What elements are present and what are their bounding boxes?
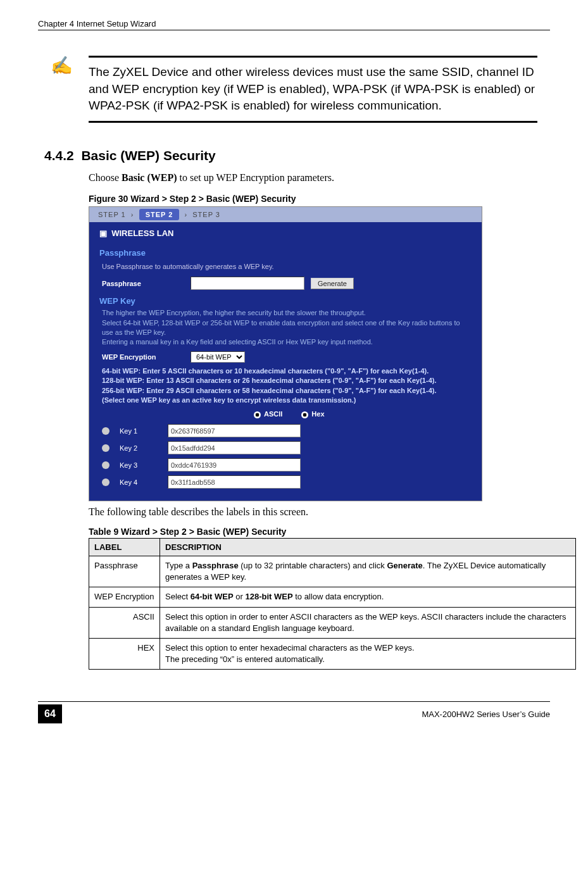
step-separator: › [131, 211, 134, 218]
header-description: DESCRIPTION [160, 539, 576, 556]
key-row-1: Key 1 [89, 422, 482, 439]
guide-title: MAX-200HW2 Series User’s Guide [422, 709, 550, 719]
wep-encryption-select[interactable]: 64-bit WEP [191, 351, 245, 363]
key-row-4: Key 4 [89, 473, 482, 490]
desc-bold: Generate [387, 561, 422, 570]
wep-encryption-row: WEP Encryption 64-bit WEP [89, 349, 482, 365]
key-row-3: Key 3 [89, 456, 482, 473]
table-row: WEP Encryption Select 64-bit WEP or 128-… [89, 587, 576, 607]
passphrase-input[interactable] [191, 277, 304, 290]
section-title: Basic (WEP) Security [81, 148, 215, 163]
step-2-tab[interactable]: STEP 2 [139, 209, 180, 220]
passphrase-hint: Use Passphrase to automatically generate… [89, 259, 482, 275]
key-2-input[interactable] [168, 441, 301, 454]
step-separator: › [184, 211, 187, 218]
desc-text: Type a [165, 561, 192, 570]
header-label: LABEL [89, 539, 160, 556]
key-3-input[interactable] [168, 458, 301, 472]
row-label: Passphrase [89, 556, 160, 587]
desc-bold: 128-bit WEP [245, 592, 292, 601]
note-block: ✍ The ZyXEL Device and other wireless de… [89, 56, 537, 123]
row-label-sub: ASCII [89, 607, 160, 638]
key-2-radio[interactable] [102, 444, 109, 452]
desc-text: Select [165, 592, 191, 601]
key-4-input[interactable] [168, 475, 301, 489]
table-row: Passphrase Type a Passphrase (up to 32 p… [89, 556, 576, 587]
key-1-label: Key 1 [120, 427, 158, 435]
ascii-label: ASCII [264, 410, 282, 418]
key-3-radio[interactable] [102, 461, 109, 469]
figure-caption: Figure 30 Wizard > Step 2 > Basic (WEP) … [89, 194, 537, 204]
folder-icon: ▣ [99, 228, 107, 238]
section-heading: 4.4.2 Basic (WEP) Security [44, 148, 550, 163]
description-table: LABEL DESCRIPTION Passphrase Type a Pass… [89, 538, 576, 670]
intro-paragraph: Choose Basic (WEP) to set up WEP Encrypt… [89, 172, 537, 184]
key-3-label: Key 3 [120, 461, 158, 469]
wep-intro-hint: The higher the WEP Encryption, the highe… [89, 307, 482, 349]
page-footer: 64 MAX-200HW2 Series User’s Guide [38, 701, 550, 723]
intro-prefix: Choose [89, 172, 122, 183]
passphrase-row: Passphrase Generate [89, 274, 482, 292]
page-number: 64 [38, 704, 62, 723]
wireless-lan-title: ▣ WIRELESS LAN [89, 222, 482, 244]
desc-text: (up to 32 printable characters) and clic… [239, 561, 387, 570]
row-desc: Type a Passphrase (up to 32 printable ch… [160, 556, 576, 587]
ascii-hex-radio-row: ASCII Hex [89, 406, 482, 422]
row-label: WEP Encryption [89, 587, 160, 607]
table-row: HEX Select this option to enter hexadeci… [89, 638, 576, 669]
post-figure-text: The following table describes the labels… [89, 506, 537, 518]
key-1-radio[interactable] [102, 427, 109, 435]
step-3-tab[interactable]: STEP 3 [192, 211, 220, 218]
wlan-title-text: WIRELESS LAN [111, 228, 173, 238]
key-1-input[interactable] [168, 424, 301, 437]
desc-text: to allow data encryption. [293, 592, 384, 601]
key-4-label: Key 4 [120, 478, 158, 486]
row-desc: Select 64-bit WEP or 128-bit WEP to allo… [160, 587, 576, 607]
generate-button[interactable]: Generate [311, 278, 354, 289]
row-label-sub: HEX [89, 638, 160, 669]
hex-label: Hex [311, 410, 324, 418]
wizard-screenshot: STEP 1 › STEP 2 › STEP 3 ▣ WIRELESS LAN … [89, 206, 482, 501]
key-row-2: Key 2 [89, 439, 482, 456]
key-2-label: Key 2 [120, 444, 158, 452]
intro-bold: Basic (WEP) [122, 172, 177, 183]
ascii-radio[interactable]: ASCII [254, 410, 282, 418]
radio-icon [301, 411, 308, 418]
chapter-header: Chapter 4 Internet Setup Wizard [38, 19, 550, 30]
bits-hint: 64-bit WEP: Enter 5 ASCII characters or … [89, 365, 482, 407]
wizard-steps-bar: STEP 1 › STEP 2 › STEP 3 [89, 207, 482, 222]
radio-icon [254, 411, 261, 418]
wepkey-section-label: WEP Key [89, 292, 482, 307]
row-desc: Select this option in order to enter ASC… [160, 607, 576, 638]
desc-bold: 64-bit WEP [191, 592, 234, 601]
table-header-row: LABEL DESCRIPTION [89, 539, 576, 556]
section-number: 4.4.2 [44, 148, 74, 163]
passphrase-label: Passphrase [102, 280, 184, 287]
desc-text: or [234, 592, 246, 601]
row-desc: Select this option to enter hexadecimal … [160, 638, 576, 669]
table-row: ASCII Select this option in order to ent… [89, 607, 576, 638]
passphrase-section-label: Passphrase [89, 244, 482, 259]
intro-suffix: to set up WEP Encryption parameters. [177, 172, 334, 183]
wep-encryption-label: WEP Encryption [102, 353, 184, 361]
key-4-radio[interactable] [102, 478, 109, 486]
step-1-tab[interactable]: STEP 1 [98, 211, 126, 218]
desc-bold: Passphrase [192, 561, 239, 570]
write-icon: ✍ [51, 55, 73, 76]
note-text: The ZyXEL Device and other wireless devi… [89, 64, 537, 115]
hex-radio[interactable]: Hex [301, 410, 324, 418]
table-caption: Table 9 Wizard > Step 2 > Basic (WEP) Se… [89, 527, 537, 537]
